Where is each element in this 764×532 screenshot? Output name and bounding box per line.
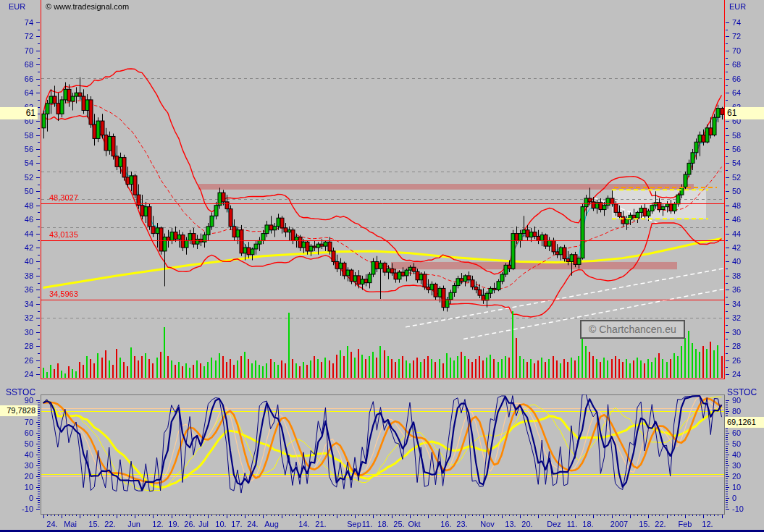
- price-level-label-43: 43,0135: [49, 230, 78, 240]
- x-axis-label: 23.: [456, 520, 467, 528]
- x-axis-label: 18.: [582, 520, 593, 528]
- x-axis-label: 13.: [505, 520, 516, 528]
- x-axis-label: Dez: [547, 520, 561, 528]
- x-axis-label: Jun: [127, 520, 140, 528]
- current-price-tag-left: 61: [0, 107, 38, 119]
- x-axis-label: Nov: [480, 520, 495, 528]
- current-price-tag-right: 61: [725, 107, 764, 119]
- x-axis-label: 22.: [655, 520, 666, 528]
- x-axis-label: 20.: [521, 520, 532, 528]
- x-axis-label: 24.: [247, 520, 258, 528]
- price-axis-unit-right: EUR: [729, 2, 746, 12]
- x-axis-label: Jul: [198, 520, 209, 528]
- x-axis-label: 21.: [315, 520, 326, 528]
- stochastic-value-tag-left: 79,7828: [0, 405, 38, 416]
- chart-window: EUR © www.tradesignal.com EUR 48,3027 43…: [0, 0, 764, 532]
- x-axis-label: 11.: [567, 520, 577, 528]
- x-axis-label: 22.: [104, 520, 115, 528]
- x-axis-label: Feb: [679, 520, 692, 528]
- x-axis-label: 17.: [231, 520, 242, 528]
- x-axis-label: 10.: [215, 520, 226, 528]
- x-axis-label: 15.: [639, 520, 650, 528]
- copyright-tradesignal: © www.tradesignal.com: [46, 2, 129, 12]
- x-axis-label: 14.: [298, 520, 309, 528]
- x-axis-label: 24.: [46, 520, 57, 528]
- indicator-title-right: SSTOC: [727, 388, 757, 397]
- indicator-title-left: SSTOC: [6, 388, 35, 397]
- x-axis-label: Sep: [347, 520, 361, 528]
- x-axis-label: 25.: [393, 520, 404, 528]
- x-axis-label: 26.: [184, 520, 195, 528]
- x-axis-label: 16.: [440, 520, 451, 528]
- x-axis-label: Mai: [64, 520, 77, 528]
- x-axis-label: 18.: [377, 520, 388, 528]
- x-axis-label: 12.: [702, 520, 713, 528]
- price-axis-unit-left: EUR: [9, 2, 25, 12]
- x-axis-label: 15.: [88, 520, 99, 528]
- price-level-label-34: 34,5963: [49, 290, 78, 299]
- watermark-chartchancen: © Chartchancen.eu: [580, 320, 685, 339]
- x-axis-label: 19.: [168, 520, 179, 528]
- stochastic-value-tag-right: 69,1261: [725, 417, 764, 428]
- x-axis-label: 2007: [610, 520, 628, 528]
- price-chart-canvas[interactable]: [0, 0, 764, 532]
- x-axis-label: 12.: [152, 520, 163, 528]
- price-level-label-48: 48,3027: [49, 193, 78, 203]
- x-axis-label: Okt: [408, 520, 420, 528]
- x-axis-label: 11.: [362, 520, 372, 528]
- x-axis-label: Aug: [264, 520, 279, 528]
